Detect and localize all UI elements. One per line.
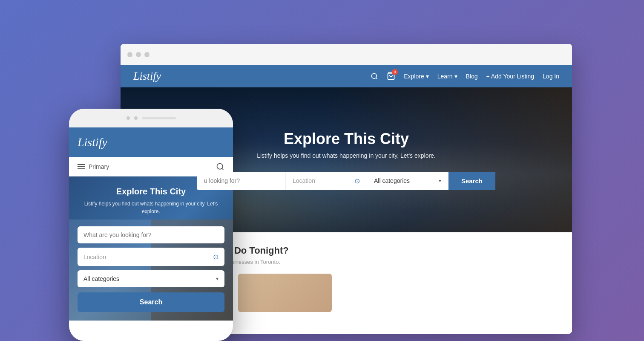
desktop-search-bar: Location ⊙ All categories ▾ Search (197, 172, 495, 190)
blog-nav-link[interactable]: Blog (466, 73, 478, 80)
mobile-location-pin-icon: ⊙ (213, 253, 218, 261)
mobile-hero-section: Explore This City Listify helps you find… (69, 176, 233, 321)
chevron-down-icon: ▾ (439, 178, 441, 184)
desktop-location-field[interactable]: Location ⊙ (286, 172, 367, 190)
svg-line-1 (376, 78, 377, 79)
login-nav-link[interactable]: Log In (543, 73, 559, 80)
desktop-nav: Listify 0 Explore ▾ Learn (121, 65, 572, 87)
hamburger-icon[interactable] (78, 164, 85, 169)
mobile-dot-2 (134, 116, 138, 120)
mobile-chevron-down-icon: ▾ (216, 276, 218, 282)
hamburger-line-2 (78, 166, 85, 167)
category-label: All categories (374, 177, 410, 184)
mobile-chrome (69, 109, 233, 127)
desktop-hero-title: Explore This City (197, 130, 495, 148)
desktop-search-button[interactable]: Search (448, 172, 495, 190)
desktop-category-select[interactable]: All categories ▾ (367, 172, 448, 190)
mobile-category-select[interactable]: All categories ▾ (78, 270, 224, 287)
browser-dot-3 (144, 52, 150, 57)
desktop-hero-subtitle: Listify helps you find out whats happeni… (197, 152, 495, 159)
cart-wrapper[interactable]: 0 (387, 72, 395, 81)
hamburger-line-1 (78, 164, 85, 165)
learn-nav-link[interactable]: Learn ▾ (437, 73, 457, 80)
mobile-primary-label: Primary (89, 163, 109, 170)
hamburger-line-3 (78, 168, 85, 169)
mobile-location-label: Location (83, 254, 106, 260)
desktop-nav-right: 0 Explore ▾ Learn ▾ Blog + Add Your List… (371, 72, 559, 81)
card-thumb-2 (238, 274, 332, 312)
hero-text-area: Explore This City Listify helps you find… (197, 130, 495, 190)
mobile-category-label: All categories (83, 275, 119, 282)
mobile-address-bar (142, 117, 176, 119)
explore-nav-link[interactable]: Explore ▾ (404, 73, 428, 80)
browser-chrome (121, 44, 572, 65)
add-listing-nav-link[interactable]: + Add Your Listing (486, 73, 535, 80)
svg-point-0 (372, 73, 377, 78)
mobile-location-input[interactable]: Location ⊙ (78, 248, 224, 266)
browser-dot-1 (127, 52, 132, 57)
mobile-hamburger-area[interactable]: Primary (78, 163, 109, 170)
mobile-search-button[interactable]: Search (78, 292, 224, 312)
location-pin-icon: ⊙ (354, 177, 360, 185)
search-icon[interactable] (371, 72, 378, 80)
mobile-logo: Listify (78, 136, 107, 149)
desktop-logo: Listify (133, 70, 161, 83)
mobile-dot-1 (126, 116, 130, 120)
mobile-hero-subtitle: Listify helps you find out whats happeni… (78, 200, 224, 215)
mobile-hero-title: Explore This City (78, 187, 224, 197)
mobile-what-input[interactable] (78, 226, 224, 243)
cart-badge: 0 (392, 69, 398, 75)
mobile-hero-text: Explore This City Listify helps you find… (69, 176, 233, 220)
mobile-search-section: Location ⊙ All categories ▾ Search (69, 220, 233, 321)
browser-dot-2 (136, 52, 141, 57)
location-label: Location (293, 177, 315, 184)
